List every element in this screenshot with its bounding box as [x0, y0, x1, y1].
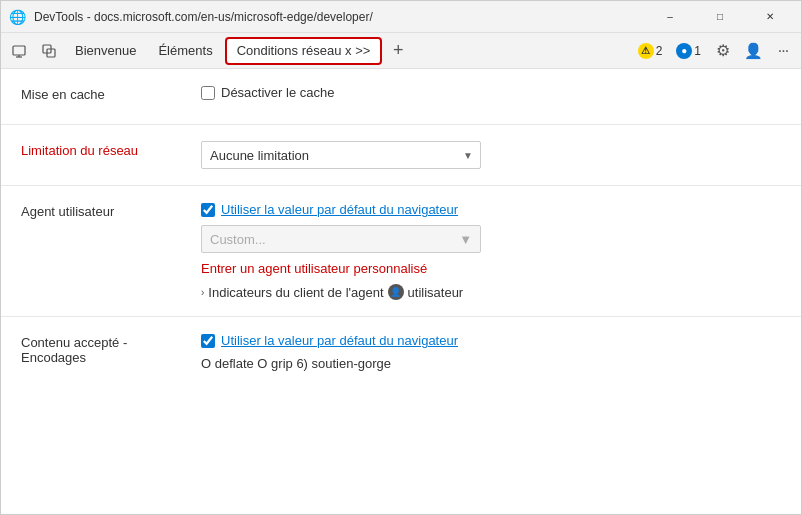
contenu-info-text: O deflate O grip 6) soutien-gorge	[201, 356, 781, 371]
tabbar: Bienvenue Éléments Conditions réseau x >…	[1, 33, 801, 69]
info-badge-button[interactable]: ● 1	[670, 39, 707, 63]
screen-cast-icon	[12, 44, 26, 58]
agent-default-checkbox[interactable]	[201, 203, 215, 217]
disable-cache-checkbox[interactable]	[201, 86, 215, 100]
agent-default-label[interactable]: Utiliser la valeur par défaut du navigat…	[221, 202, 458, 217]
agent-utilisateur-label: Agent utilisateur	[21, 202, 201, 219]
more-button[interactable]: ···	[769, 37, 797, 65]
contenu-default-checkbox[interactable]	[201, 334, 215, 348]
contenu-accepte-content: Utiliser la valeur par défaut du navigat…	[201, 333, 781, 371]
mise-en-cache-section: Mise en cache Désactiver le cache	[1, 69, 801, 125]
tab-elements[interactable]: Éléments	[148, 37, 222, 65]
limitation-content: Aucune limitation GPRS Regular 2G Good 2…	[201, 141, 781, 169]
contenu-accepte-label: Contenu accepté - Encodages	[21, 333, 201, 365]
settings-button[interactable]: ⚙	[709, 37, 737, 65]
agent-error-text: Entrer un agent utilisateur personnalisé	[201, 261, 781, 276]
limitation-dropdown[interactable]: Aucune limitation GPRS Regular 2G Good 2…	[201, 141, 481, 169]
agent-utilisateur-content: Utiliser la valeur par défaut du navigat…	[201, 202, 781, 300]
titlebar: 🌐 DevTools - docs.microsoft.com/en-us/mi…	[1, 1, 801, 33]
nav-icon-1[interactable]	[5, 37, 33, 65]
info-badge: ●	[676, 43, 692, 59]
profile-button[interactable]: 👤	[739, 37, 767, 65]
disable-cache-label: Désactiver le cache	[221, 85, 334, 100]
mise-en-cache-content: Désactiver le cache	[201, 85, 781, 100]
titlebar-title: DevTools - docs.microsoft.com/en-us/micr…	[34, 10, 639, 24]
tab-conditions[interactable]: Conditions réseau x >>	[225, 37, 383, 65]
tab-bienvenue[interactable]: Bienvenue	[65, 37, 146, 65]
minimize-button[interactable]: –	[647, 1, 693, 33]
contenu-default-row: Utiliser la valeur par défaut du navigat…	[201, 333, 781, 348]
indicators-label-container: Indicateurs du client de l'agent 👤 utili…	[208, 284, 463, 300]
nav-icon-2[interactable]	[35, 37, 63, 65]
titlebar-controls: – □ ✕	[647, 1, 793, 33]
maximize-button[interactable]: □	[697, 1, 743, 33]
custom-dropdown-row: Custom... ▼	[201, 225, 781, 253]
main-content: Mise en cache Désactiver le cache Limita…	[1, 69, 801, 387]
close-button[interactable]: ✕	[747, 1, 793, 33]
warning-badge: ⚠	[638, 43, 654, 59]
indicators-label-text2: utilisateur	[408, 285, 464, 300]
custom-dropdown-arrow-icon: ▼	[459, 232, 472, 247]
limitation-section: Limitation du réseau Aucune limitation G…	[1, 125, 801, 186]
limitation-label: Limitation du réseau	[21, 141, 201, 158]
contenu-accepte-section: Contenu accepté - Encodages Utiliser la …	[1, 317, 801, 387]
warning-count: 2	[656, 44, 663, 58]
disable-cache-row: Désactiver le cache	[201, 85, 781, 100]
add-tab-button[interactable]: +	[384, 37, 412, 65]
custom-placeholder: Custom...	[210, 232, 266, 247]
limitation-dropdown-row: Aucune limitation GPRS Regular 2G Good 2…	[201, 141, 781, 169]
tab-actions: ⚠ 2 ● 1 ⚙ 👤 ···	[632, 37, 797, 65]
agent-utilisateur-section: Agent utilisateur Utiliser la valeur par…	[1, 186, 801, 317]
warning-badge-button[interactable]: ⚠ 2	[632, 39, 669, 63]
indicators-expand-row[interactable]: › Indicateurs du client de l'agent 👤 uti…	[201, 284, 781, 300]
agent-default-row: Utiliser la valeur par défaut du navigat…	[201, 202, 781, 217]
edge-icon: 🌐	[9, 9, 26, 25]
svg-rect-0	[13, 46, 25, 55]
info-count: 1	[694, 44, 701, 58]
limitation-dropdown-wrapper: Aucune limitation GPRS Regular 2G Good 2…	[201, 141, 481, 169]
indicators-label-text: Indicateurs du client de l'agent	[208, 285, 383, 300]
undock-icon	[42, 44, 56, 58]
agent-avatar-icon: 👤	[388, 284, 404, 300]
expand-chevron-icon: ›	[201, 287, 204, 298]
mise-en-cache-label: Mise en cache	[21, 85, 201, 102]
contenu-default-label[interactable]: Utiliser la valeur par défaut du navigat…	[221, 333, 458, 348]
custom-agent-dropdown[interactable]: Custom... ▼	[201, 225, 481, 253]
